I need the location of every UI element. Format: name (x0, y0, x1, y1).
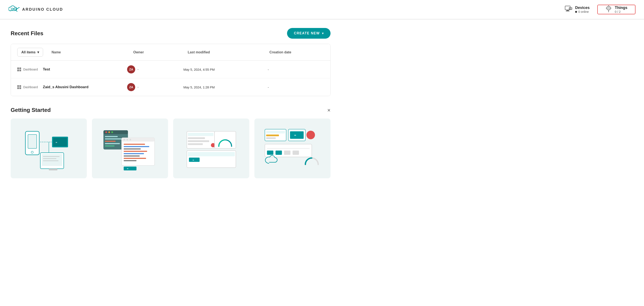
svg-rect-32 (105, 138, 122, 139)
svg-rect-73 (276, 150, 282, 155)
svg-rect-34 (105, 143, 120, 144)
svg-rect-35 (105, 145, 114, 146)
things-status: 0 / 2 (615, 10, 627, 14)
getting-started-title: Getting Started (11, 107, 51, 113)
row-owner-2: ZA - (127, 83, 184, 91)
svg-rect-44 (124, 151, 147, 152)
filter-chevron-icon: ▾ (37, 50, 39, 54)
getting-started-cards: ∞ (11, 118, 330, 178)
svg-rect-33 (105, 141, 116, 142)
getting-started-card-2[interactable]: ∞ (92, 118, 168, 178)
row-created-1: - (268, 68, 324, 71)
svg-point-6 (607, 6, 610, 10)
svg-rect-55 (188, 143, 203, 145)
svg-rect-2 (566, 10, 569, 11)
close-getting-started-button[interactable]: × (327, 107, 330, 113)
header: ARDUINO CLOUD Devices 0 online (0, 0, 644, 19)
devices-title: Devices (575, 6, 590, 10)
things-info: Things 0 / 2 (615, 6, 627, 14)
devices-icon (565, 6, 572, 13)
svg-text:∞: ∞ (192, 159, 194, 161)
devices-status: 0 online (575, 10, 590, 14)
card-3-illustration: ∞ (173, 118, 249, 178)
svg-text:∞: ∞ (56, 141, 57, 143)
getting-started-card-1[interactable]: ∞ (11, 118, 87, 178)
svg-rect-31 (105, 136, 118, 137)
svg-point-69 (306, 131, 315, 139)
dashboard-icon (17, 85, 21, 89)
svg-point-7 (608, 7, 610, 9)
recent-files-header: Recent Files CREATE NEW ▾ (11, 28, 330, 39)
header-right: Devices 0 online Things (557, 5, 636, 14)
devices-info: Devices 0 online (575, 6, 590, 14)
svg-rect-74 (284, 150, 290, 155)
table-row[interactable]: Dashboard Zaid_s Abusini Dashboard ZA - … (11, 78, 330, 96)
svg-rect-46 (124, 156, 140, 157)
svg-rect-43 (124, 148, 141, 149)
svg-point-39 (126, 139, 128, 140)
svg-rect-60 (189, 158, 200, 162)
row-name-2: Zaid_s Abusini Dashboard (43, 85, 127, 89)
dashboard-icon (17, 67, 21, 71)
svg-rect-25 (49, 169, 57, 170)
row-modified-2: May 5, 2024, 1:28 PM (184, 85, 268, 89)
svg-rect-13 (28, 134, 37, 148)
recent-files-title: Recent Files (11, 30, 43, 37)
table-row[interactable]: Dashboard Test ZA - May 5, 2024, 4:55 PM… (11, 61, 330, 78)
svg-rect-72 (267, 150, 274, 155)
svg-rect-3 (566, 11, 570, 11)
col-header-created: Creation date (270, 50, 324, 54)
svg-point-28 (105, 131, 107, 133)
getting-started-card-3[interactable]: ∞ (173, 118, 249, 178)
svg-rect-65 (266, 137, 276, 139)
svg-rect-48 (124, 160, 136, 161)
svg-rect-75 (292, 150, 299, 155)
getting-started-header: Getting Started × (11, 107, 330, 113)
svg-rect-47 (124, 158, 146, 159)
things-icon (606, 5, 612, 14)
svg-point-30 (111, 131, 113, 133)
svg-rect-41 (124, 144, 145, 145)
card-4-illustration: ∞ (254, 118, 330, 178)
create-new-button[interactable]: CREATE NEW ▾ (287, 28, 330, 39)
svg-rect-63 (266, 131, 285, 133)
avatar: ZA (127, 65, 135, 73)
col-header-name: Name (50, 50, 133, 54)
row-type-dashboard: Dashboard (17, 67, 43, 71)
arduino-logo-icon (8, 5, 20, 14)
svg-rect-64 (266, 134, 279, 136)
svg-rect-49 (124, 167, 136, 170)
svg-point-40 (130, 139, 131, 140)
table-header-row: All items ▾ Name Owner Last modified Cre… (11, 44, 330, 61)
svg-rect-54 (188, 140, 209, 142)
things-nav-item[interactable]: Things 0 / 2 (597, 5, 636, 14)
svg-text:∞: ∞ (127, 168, 128, 170)
chevron-down-icon: ▾ (322, 32, 324, 35)
svg-point-38 (124, 139, 125, 140)
all-items-filter-button[interactable]: All items ▾ (17, 48, 43, 57)
row-name-1: Test (43, 67, 127, 72)
logo-area: ARDUINO CLOUD (8, 5, 557, 14)
main-content: Recent Files CREATE NEW ▾ All items ▾ Na… (0, 20, 341, 187)
row-created-2: - (268, 85, 324, 89)
card-1-illustration: ∞ (11, 118, 87, 178)
svg-rect-42 (124, 146, 149, 147)
svg-rect-52 (188, 133, 214, 136)
logo-text: ARDUINO CLOUD (22, 7, 63, 12)
avatar: ZA (127, 83, 135, 91)
things-title: Things (615, 6, 627, 10)
svg-rect-18 (53, 138, 67, 146)
svg-rect-21 (42, 154, 62, 166)
svg-rect-1 (565, 6, 570, 10)
row-type-dashboard-2: Dashboard (17, 85, 43, 89)
online-dot (575, 11, 577, 13)
svg-rect-53 (188, 137, 205, 139)
col-header-owner: Owner (133, 50, 188, 54)
getting-started-card-4[interactable]: ∞ (254, 118, 330, 178)
col-header-modified: Last modified (188, 50, 269, 54)
files-table: All items ▾ Name Owner Last modified Cre… (11, 44, 330, 96)
svg-rect-59 (188, 152, 235, 156)
svg-point-29 (108, 131, 110, 133)
devices-nav-item[interactable]: Devices 0 online (557, 5, 597, 14)
svg-text:∞: ∞ (294, 134, 296, 137)
